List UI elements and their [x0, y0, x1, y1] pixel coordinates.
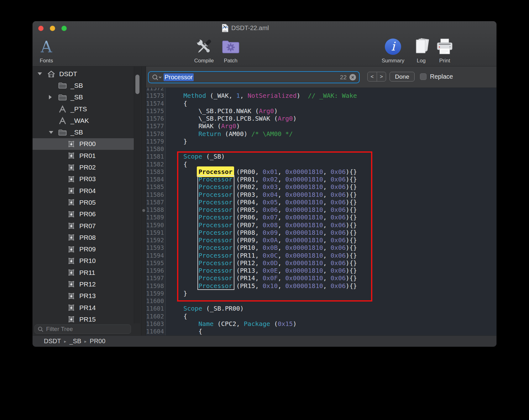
- code-text: \_SB.PCI0.LPCB.SWAK (Arg0): [166, 115, 296, 122]
- toolbar-print-button[interactable]: Print: [430, 36, 460, 64]
- line-number: 11573: [146, 92, 166, 99]
- disclosure-triangle-icon[interactable]: [38, 72, 46, 75]
- toolbar-summary-button[interactable]: i Summary: [378, 36, 408, 64]
- line-number: 11598: [146, 282, 166, 290]
- device-icon: [66, 198, 76, 206]
- zoom-button[interactable]: [61, 26, 67, 31]
- filter-tree-input[interactable]: Filter Tree: [34, 324, 131, 334]
- device-icon: [66, 280, 76, 288]
- tree-item-label: PR11: [79, 269, 95, 276]
- tree-item-label: PR12: [79, 281, 96, 288]
- clear-search-icon[interactable]: ×: [349, 74, 356, 81]
- tree-item-_SB[interactable]: _SB: [33, 92, 134, 103]
- window-title: DSDT-22.aml: [231, 24, 269, 32]
- close-button[interactable]: [38, 26, 44, 31]
- tree-item-PR11[interactable]: PR11: [33, 267, 134, 278]
- code-text: Processor (PR09, 0x0A, 0x00001810, 0x06)…: [166, 236, 357, 244]
- tree-item-_SB[interactable]: _SB: [33, 80, 134, 91]
- compile-tools-icon: [194, 36, 214, 57]
- tree-item-label: PR00: [79, 140, 96, 148]
- tree-item-PR09[interactable]: PR09: [33, 243, 134, 255]
- document-proxy-icon[interactable]: AML: [222, 24, 228, 32]
- line-number: 11592: [146, 236, 166, 244]
- tree-item-label: _SB: [71, 82, 83, 89]
- code-text: Processor (PR04, 0x05, 0x00001810, 0x06)…: [166, 198, 357, 206]
- tree-item-_PTS[interactable]: _PTS: [33, 103, 134, 115]
- find-bar: Processor 22 × < > Done Replace: [146, 66, 496, 88]
- line-number: 11602: [146, 312, 166, 320]
- tree-item-PR01[interactable]: PR01: [33, 150, 134, 161]
- done-button[interactable]: Done: [390, 72, 415, 81]
- tree-item-PR05[interactable]: PR05: [33, 197, 134, 208]
- breadcrumb-separator-icon: ▸: [84, 339, 86, 344]
- disclosure-triangle-icon[interactable]: [49, 95, 58, 99]
- tree-item-PR14[interactable]: PR14: [33, 302, 134, 313]
- search-input[interactable]: Processor 22 ×: [148, 71, 360, 83]
- code-line: 11604 {: [146, 328, 496, 335]
- tree-item-DSDT[interactable]: DSDT: [33, 68, 134, 80]
- splitter-handle[interactable]: [142, 209, 145, 212]
- tree-item-label: PR06: [79, 210, 96, 218]
- tree-item-PR13[interactable]: PR13: [33, 290, 134, 302]
- find-next-button[interactable]: >: [377, 72, 386, 81]
- line-number: 11572: [146, 88, 166, 92]
- line-number: 11597: [146, 274, 166, 282]
- line-number: 11593: [146, 244, 166, 251]
- line-number: 11585: [146, 183, 166, 191]
- toolbar-compile-button[interactable]: Compile: [189, 36, 219, 64]
- tree-item-PR06[interactable]: PR06: [33, 208, 134, 220]
- code-text: Processor (PR07, 0x08, 0x00001810, 0x06)…: [166, 221, 357, 229]
- tree-item-PR08[interactable]: PR08: [33, 232, 134, 243]
- folder-icon: [58, 82, 67, 89]
- code-line: 11591 Processor (PR08, 0x09, 0x00001810,…: [146, 229, 496, 236]
- device-icon: [66, 152, 76, 160]
- code-text: Processor (PR06, 0x07, 0x00001810, 0x06)…: [166, 213, 357, 221]
- code-line: 11597 Processor (PR14, 0x0F, 0x00001810,…: [146, 274, 496, 282]
- tree-item-PR07[interactable]: PR07: [33, 220, 134, 232]
- disclosure-triangle-icon[interactable]: [49, 131, 58, 134]
- sidebar-scrollbar-thumb[interactable]: [135, 75, 139, 94]
- toolbar-fonts-button[interactable]: A Fonts: [33, 36, 61, 64]
- tree-item-PR02[interactable]: PR02: [33, 161, 134, 173]
- code-editor[interactable]: 1157211573 Method (_WAK, 1, NotSerialize…: [146, 88, 496, 335]
- method-icon: [58, 105, 67, 113]
- search-icon: [38, 326, 44, 332]
- tree-item-PR10[interactable]: PR10: [33, 255, 134, 267]
- tree-item-_WAK[interactable]: _WAK: [33, 115, 134, 126]
- tree-item-label: _SB: [71, 129, 83, 136]
- tree-item-label: PR05: [79, 199, 96, 206]
- device-icon: [66, 315, 76, 323]
- sidebar-scrollbar[interactable]: [134, 66, 140, 323]
- tree-item-PR00[interactable]: PR00: [33, 138, 134, 150]
- tree-item-label: PR04: [79, 187, 96, 195]
- search-menu-icon[interactable]: [152, 74, 162, 81]
- device-icon: [66, 140, 76, 148]
- tree-item-label: PR09: [79, 245, 96, 253]
- tree-item-PR15[interactable]: PR15: [33, 313, 134, 323]
- tree-item-_SB[interactable]: _SB: [33, 126, 134, 138]
- minimize-button[interactable]: [50, 26, 55, 31]
- tree-item-PR03[interactable]: PR03: [33, 173, 134, 185]
- device-icon: [66, 257, 76, 265]
- code-line: 11593 Processor (PR10, 0x0B, 0x00001810,…: [146, 244, 496, 251]
- pane-splitter[interactable]: [141, 66, 146, 335]
- line-number: 11577: [146, 122, 166, 130]
- breadcrumb-item-pr00[interactable]: PR00: [90, 338, 105, 345]
- line-number: 11581: [146, 153, 166, 160]
- tree-item-PR04[interactable]: PR04: [33, 185, 134, 197]
- line-number: 11576: [146, 115, 166, 122]
- toolbar-patch-button[interactable]: Patch: [216, 36, 246, 64]
- breadcrumb-item-sb[interactable]: _SB: [69, 338, 81, 345]
- code-line: 11572: [146, 88, 496, 92]
- find-previous-button[interactable]: <: [368, 72, 377, 81]
- line-number: 11587: [146, 198, 166, 206]
- code-line: 11575 \_SB.PCI0.NWAK (Arg0): [146, 107, 496, 115]
- code-text: Processor (PR01, 0x02, 0x00001810, 0x06)…: [166, 176, 357, 183]
- code-text: Processor (PR02, 0x03, 0x00001810, 0x06)…: [166, 183, 357, 191]
- code-line: 11603 Name (CPC2, Package (0x15): [146, 320, 496, 328]
- fonts-icon: A: [38, 36, 55, 57]
- replace-checkbox[interactable]: [420, 73, 427, 80]
- breadcrumb-item-dsdt[interactable]: DSDT: [44, 338, 61, 345]
- tree-item-PR12[interactable]: PR12: [33, 278, 134, 290]
- svg-text:A: A: [40, 38, 52, 55]
